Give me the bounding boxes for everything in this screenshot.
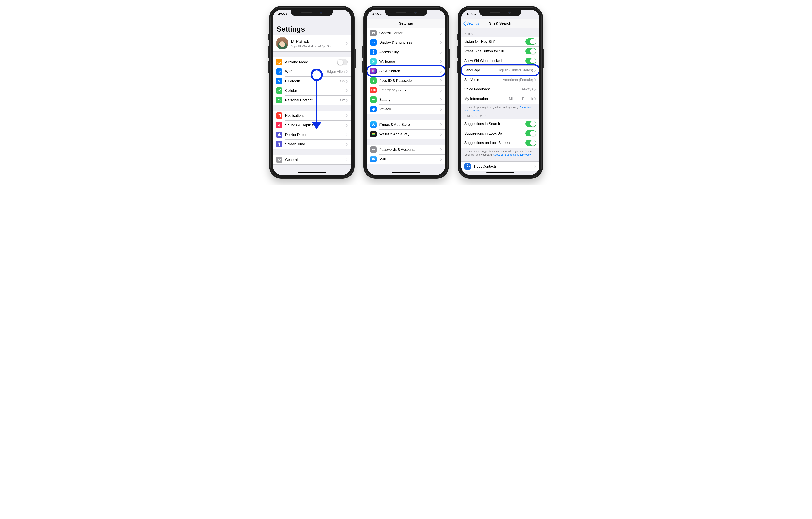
row-do-not-disturb[interactable]: Do Not Disturb [273, 130, 351, 139]
airplane-toggle[interactable] [337, 59, 348, 65]
row-airplane-mode[interactable]: Airplane Mode [273, 57, 351, 67]
row-privacy[interactable]: Privacy [367, 104, 445, 114]
row-label: Battery [379, 98, 440, 102]
row-personal-hotspot[interactable]: Personal Hotspot Off [273, 95, 351, 105]
row-sug-search[interactable]: Suggestions in Search [461, 119, 539, 129]
row-label: Cellular [285, 89, 346, 93]
row-wallpaper[interactable]: Wallpaper [367, 57, 445, 66]
cellular-icon [276, 87, 282, 94]
svg-rect-30 [372, 134, 375, 135]
home-indicator[interactable] [298, 172, 326, 173]
side-button-toggle[interactable] [525, 48, 536, 54]
row-itunes-appstore[interactable]: iTunes & App Store [367, 120, 445, 129]
row-passwords-accounts[interactable]: Passwords & Accounts [367, 145, 445, 154]
row-mail[interactable]: Mail [367, 154, 445, 164]
row-label: Screen Time [285, 142, 346, 146]
chevron-right-icon [440, 51, 442, 54]
chevron-right-icon [346, 114, 348, 117]
row-label: Voice Feedback [464, 87, 522, 91]
row-sounds-haptics[interactable]: Sounds & Haptics [273, 120, 351, 130]
row-notifications[interactable]: Notifications [273, 111, 351, 120]
row-press-side-button[interactable]: Press Side Button for Siri [461, 47, 539, 56]
svg-point-22 [373, 61, 374, 62]
nav-bar: Settings Siri & Search [461, 19, 539, 28]
chevron-right-icon [440, 158, 442, 161]
back-label: Settings [466, 21, 479, 26]
row-label: Wallpaper [379, 59, 440, 64]
status-time: 4:55 [279, 12, 285, 16]
row-language[interactable]: Language English (United States) [461, 65, 539, 75]
row-label: Siri & Search [379, 69, 440, 73]
svg-point-32 [372, 149, 373, 151]
nav-title: Siri & Search [489, 21, 511, 26]
hey-siri-toggle[interactable] [525, 38, 536, 45]
home-indicator[interactable] [392, 172, 420, 173]
phone-frame-1: 4:55 ➤ Settings M Potuck Apple ID, iClou… [269, 6, 354, 179]
locked-toggle[interactable] [525, 57, 536, 64]
key-icon [370, 146, 377, 153]
svg-point-23 [372, 70, 374, 72]
chevron-right-icon [534, 69, 536, 72]
notch [291, 9, 333, 16]
apple-id-row[interactable]: M Potuck Apple ID, iCloud, iTunes & App … [273, 35, 351, 51]
home-indicator[interactable] [486, 172, 514, 173]
row-wallet-applepay[interactable]: Wallet & Apple Pay [367, 129, 445, 139]
chevron-right-icon [534, 98, 536, 100]
row-label: Control Center [379, 31, 440, 35]
sug-lock-toggle[interactable] [525, 140, 536, 146]
row-value: English (United States) [496, 68, 533, 73]
row-screen-time[interactable]: Screen Time [273, 139, 351, 149]
row-bluetooth[interactable]: Bluetooth On [273, 76, 351, 86]
back-button[interactable]: Settings [463, 21, 479, 26]
row-sug-lookup[interactable]: Suggestions in Look Up [461, 129, 539, 138]
svg-rect-27 [372, 99, 374, 100]
row-general[interactable]: General [273, 155, 351, 164]
row-control-center[interactable]: Control Center [367, 28, 445, 38]
svg-rect-36 [372, 158, 375, 160]
sug-lookup-toggle[interactable] [525, 130, 536, 136]
location-icon: ➤ [379, 13, 382, 16]
svg-rect-17 [373, 32, 375, 33]
sug-search-toggle[interactable] [525, 120, 536, 127]
row-label: Suggestions on Lock Screen [464, 141, 525, 145]
row-my-information[interactable]: My Information Michael Potuck [461, 94, 539, 104]
chevron-right-icon [440, 148, 442, 151]
row-voice-feedback[interactable]: Voice Feedback Always [461, 84, 539, 94]
svg-point-8 [279, 114, 281, 116]
svg-point-16 [372, 32, 373, 33]
privacy-hand-icon [370, 106, 377, 112]
display-icon: AA [370, 39, 377, 46]
chevron-right-icon [440, 108, 442, 111]
notch [385, 9, 427, 16]
row-value: Off [340, 98, 345, 102]
row-label: Sounds & Haptics [285, 123, 346, 127]
chevron-right-icon [440, 98, 442, 101]
row-app-1800contacts[interactable]: 1-800Contacts [461, 162, 539, 171]
chevron-right-icon [440, 123, 442, 126]
chevron-right-icon [440, 70, 442, 73]
svg-rect-31 [372, 135, 375, 135]
row-siri-voice[interactable]: Siri Voice American (Female) [461, 75, 539, 84]
app-1800contacts-icon [464, 163, 471, 170]
chevron-right-icon [346, 124, 348, 127]
row-label: Press Side Button for Siri [464, 49, 525, 53]
nav-title: Settings [399, 21, 413, 26]
chevron-right-icon [440, 41, 442, 44]
row-value: Edgar Allen [326, 70, 345, 74]
chevron-right-icon [534, 88, 536, 91]
chevron-right-icon [346, 70, 348, 73]
row-sug-lockscreen[interactable]: Suggestions on Lock Screen [461, 138, 539, 147]
row-siri-search[interactable]: Siri & Search [367, 66, 445, 76]
row-battery[interactable]: Battery [367, 95, 445, 104]
row-allow-when-locked[interactable]: Allow Siri When Locked [461, 56, 539, 65]
siri-suggestions-privacy-link[interactable]: About Siri Suggestions & Privacy… [493, 153, 533, 156]
row-wifi[interactable]: Wi-Fi Edgar Allen [273, 67, 351, 76]
row-cellular[interactable]: Cellular [273, 86, 351, 95]
row-accessibility[interactable]: Accessibility [367, 47, 445, 57]
svg-rect-35 [374, 149, 374, 150]
row-emergency-sos[interactable]: SOS Emergency SOS [367, 85, 445, 95]
row-display-brightness[interactable]: AA Display & Brightness [367, 38, 445, 47]
row-hey-siri[interactable]: Listen for “Hey Siri” [461, 37, 539, 47]
row-face-id[interactable]: Face ID & Passcode [367, 76, 445, 85]
page-title: Settings [273, 19, 351, 35]
